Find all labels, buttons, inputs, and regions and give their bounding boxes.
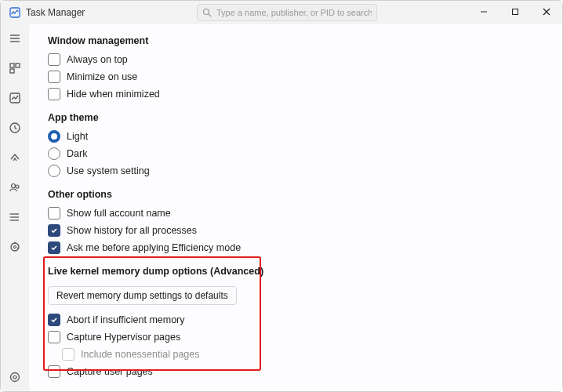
option-label: Minimize on use bbox=[67, 71, 137, 82]
option-hypervisor[interactable]: Capture Hypervisor pages bbox=[48, 328, 562, 346]
revert-button[interactable]: Revert memory dump settings to defaults bbox=[48, 286, 237, 305]
hamburger-icon[interactable] bbox=[7, 31, 23, 46]
section-theme-title: App theme bbox=[48, 112, 562, 123]
option-full-account[interactable]: Show full account name bbox=[48, 205, 562, 222]
svg-line-2 bbox=[209, 14, 211, 16]
option-user-pages[interactable]: Capture user pages bbox=[48, 363, 562, 380]
option-label: Include nonessential pages bbox=[81, 349, 200, 360]
option-history-all[interactable]: Show history for all processes bbox=[48, 222, 562, 239]
svg-rect-11 bbox=[16, 64, 20, 67]
svg-point-27 bbox=[11, 373, 20, 382]
option-label: Show full account name bbox=[67, 208, 171, 219]
search-box[interactable] bbox=[197, 4, 377, 21]
startup-icon[interactable] bbox=[7, 150, 23, 165]
option-nonessential: Include nonessential pages bbox=[62, 346, 562, 363]
app-title: Task Manager bbox=[26, 7, 85, 18]
option-label: Dark bbox=[67, 148, 87, 159]
option-minimize-on-use[interactable]: Minimize on use bbox=[48, 68, 562, 85]
radio-icon[interactable] bbox=[48, 130, 60, 143]
body: Window management Always on top Minimize… bbox=[1, 24, 562, 391]
svg-point-16 bbox=[16, 185, 19, 188]
option-label: Always on top bbox=[67, 54, 128, 65]
option-theme-dark[interactable]: Dark bbox=[48, 145, 562, 162]
svg-point-24 bbox=[14, 246, 16, 249]
minimize-button[interactable] bbox=[468, 1, 499, 23]
performance-icon[interactable] bbox=[7, 90, 23, 106]
app-icon bbox=[9, 6, 21, 19]
content-area: Window management Always on top Minimize… bbox=[29, 24, 562, 391]
option-theme-light[interactable]: Light bbox=[48, 128, 562, 145]
section-other-title: Other options bbox=[48, 189, 562, 200]
users-icon[interactable] bbox=[7, 180, 23, 195]
section-window-mgmt-title: Window management bbox=[48, 35, 562, 46]
option-label: Abort if insufficient memory bbox=[67, 314, 185, 325]
checkbox-icon[interactable] bbox=[48, 241, 60, 254]
option-abort-insufficient[interactable]: Abort if insufficient memory bbox=[48, 311, 562, 328]
option-always-on-top[interactable]: Always on top bbox=[48, 51, 562, 68]
services-icon[interactable] bbox=[7, 239, 23, 255]
option-hide-when-minimized[interactable]: Hide when minimized bbox=[48, 85, 562, 103]
option-theme-system[interactable]: Use system setting bbox=[48, 162, 562, 180]
checkbox-icon[interactable] bbox=[48, 88, 60, 100]
maximize-button[interactable] bbox=[499, 1, 531, 23]
history-icon[interactable] bbox=[7, 120, 23, 136]
svg-point-15 bbox=[12, 184, 16, 188]
option-label: Capture Hypervisor pages bbox=[67, 332, 180, 343]
option-label: Ask me before applying Efficiency mode bbox=[67, 242, 241, 253]
section-dump-title: Live kernel memory dump options (Advance… bbox=[48, 266, 562, 277]
details-icon[interactable] bbox=[7, 209, 23, 225]
checkbox-icon bbox=[62, 348, 74, 361]
processes-icon[interactable] bbox=[7, 60, 23, 76]
option-ask-efficiency[interactable]: Ask me before applying Efficiency mode bbox=[48, 239, 562, 256]
close-button[interactable] bbox=[531, 1, 562, 23]
checkbox-icon[interactable] bbox=[48, 224, 60, 237]
option-label: Light bbox=[67, 131, 88, 142]
settings-icon[interactable] bbox=[7, 369, 23, 385]
svg-point-1 bbox=[204, 9, 209, 15]
svg-rect-12 bbox=[10, 69, 14, 73]
window-controls bbox=[468, 1, 562, 23]
search-input[interactable] bbox=[216, 8, 372, 17]
checkbox-icon[interactable] bbox=[48, 314, 60, 326]
svg-point-20 bbox=[9, 213, 11, 215]
app-window: Task Manager Window managem bbox=[0, 0, 563, 392]
option-label: Capture user pages bbox=[67, 366, 153, 377]
svg-point-22 bbox=[9, 220, 11, 221]
search-icon bbox=[202, 8, 212, 17]
option-label: Show history for all processes bbox=[67, 225, 197, 236]
checkbox-icon[interactable] bbox=[48, 207, 60, 220]
svg-rect-4 bbox=[513, 9, 518, 15]
svg-point-28 bbox=[13, 376, 16, 379]
sidebar bbox=[1, 24, 29, 391]
checkbox-icon[interactable] bbox=[48, 365, 60, 378]
checkbox-icon[interactable] bbox=[48, 71, 60, 83]
checkbox-icon[interactable] bbox=[48, 53, 60, 66]
svg-rect-10 bbox=[10, 64, 14, 67]
svg-point-23 bbox=[11, 243, 19, 251]
svg-point-21 bbox=[9, 216, 11, 218]
radio-icon[interactable] bbox=[48, 165, 60, 177]
radio-icon[interactable] bbox=[48, 147, 60, 160]
option-label: Use system setting bbox=[67, 165, 150, 176]
option-label: Hide when minimized bbox=[67, 89, 160, 100]
checkbox-icon[interactable] bbox=[48, 331, 60, 343]
titlebar: Task Manager bbox=[1, 1, 562, 24]
